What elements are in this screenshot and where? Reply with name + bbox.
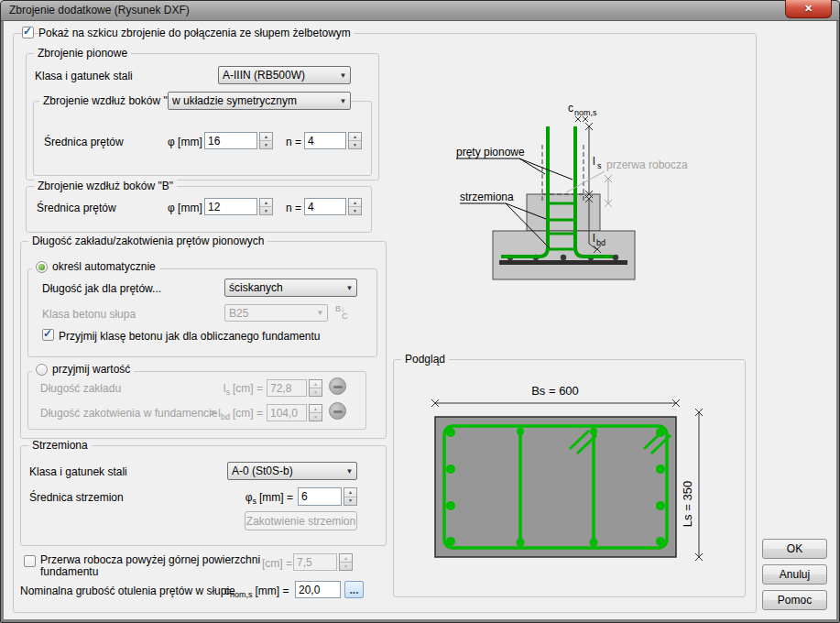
- assume-concrete-checkbox[interactable]: ✓: [42, 329, 54, 341]
- phi-l-input[interactable]: [204, 132, 257, 149]
- close-button[interactable]: ✕: [785, 0, 832, 18]
- steel-class-label: Klasa i gatunek stali: [35, 70, 133, 82]
- spin-up-icon[interactable]: ▲: [260, 199, 272, 206]
- cover-input[interactable]: [295, 581, 341, 598]
- gap-unit-label: [cm] =: [262, 557, 292, 570]
- ellipsis-icon: ...: [349, 584, 358, 596]
- auto-radio[interactable]: [36, 261, 48, 273]
- gap-spinner: ▲ ▼: [339, 553, 353, 571]
- n-b-input[interactable]: [304, 198, 346, 215]
- title-bar[interactable]: Zbrojenie dodatkowe (Rysunek DXF): [1, 1, 839, 21]
- spin-up-icon: ▲: [310, 405, 322, 412]
- radio-dot: [38, 264, 45, 270]
- steel-class-value: A-IIIN (RB500W): [219, 69, 336, 82]
- group-title: Zbrojenie pionowe: [34, 47, 131, 60]
- manual-radio-label: przyjmij wartość: [52, 363, 130, 376]
- anchor-length-input: [267, 404, 307, 421]
- stirrup-phi-spinner[interactable]: ▲ ▼: [344, 487, 357, 506]
- group-title: Długość zakładu/zakotwienia prętów piono…: [28, 235, 267, 247]
- spin-up-icon[interactable]: ▲: [344, 488, 356, 497]
- vertical-bars-label: pręty pionowe: [456, 146, 525, 158]
- spin-up-icon[interactable]: ▲: [260, 133, 272, 140]
- stirrup-steel-label: Klasa i gatunek stali: [29, 465, 127, 478]
- length-as-label: Długość jak dla prętów...: [42, 282, 161, 295]
- bar-diameter-label: Średnica prętów: [44, 136, 124, 148]
- stirrup-diameter-label: Średnica strzemion: [29, 491, 124, 504]
- spin-down-icon[interactable]: ▼: [349, 206, 361, 214]
- stirrups-label: strzemiona: [460, 191, 514, 203]
- stirrup-phi-input[interactable]: [298, 487, 342, 506]
- lap-length-label: Długość zakładu: [40, 382, 121, 395]
- chevron-down-icon: ▼: [336, 71, 350, 80]
- spin-down-icon[interactable]: ▼: [260, 206, 272, 214]
- concrete-class-value: B25: [225, 307, 313, 320]
- lap-length-spinner: ▲ ▼: [309, 379, 322, 397]
- bs-dimension-label: Bs = 600: [531, 384, 579, 398]
- ls-sub: s: [597, 161, 602, 170]
- anchor-auto-calc-button: [329, 402, 346, 420]
- spin-up-icon: ▲: [340, 554, 352, 562]
- column-section: [435, 417, 676, 557]
- phi-b-spinner[interactable]: ▲ ▼: [259, 198, 273, 215]
- chevron-down-icon: ▼: [343, 467, 356, 475]
- concrete-class-convert-icon: B↓C: [335, 305, 348, 320]
- n-l-spinner[interactable]: ▲ ▼: [348, 132, 362, 149]
- anchor-length-symbol: > lbd [cm] =: [188, 407, 263, 421]
- working-joint-leader: [566, 171, 605, 192]
- dialog-zbrojenie-dodatkowe: Zbrojenie dodatkowe (Rysunek DXF) ✕ ✓ Po…: [0, 0, 840, 623]
- column-preview: Bs = 600: [396, 366, 740, 592]
- dash-icon: [333, 410, 343, 413]
- working-joint-checkbox[interactable]: [24, 555, 36, 567]
- group-title: Zbrojenie wzdłuż boków "L": [39, 94, 181, 107]
- steel-class-combo[interactable]: A-IIIN (RB500W) ▼: [218, 66, 351, 84]
- chevron-down-icon: ▼: [336, 97, 350, 105]
- manual-radio[interactable]: [36, 364, 48, 376]
- anchor-length-spinner: ▲ ▼: [309, 404, 322, 421]
- ls-dimension-label: Ls = 350: [681, 481, 694, 527]
- lap-auto-calc-button: [329, 377, 346, 395]
- lbd-sub: bd: [596, 238, 605, 247]
- group-title: Zbrojenie wzdłuż boków "B": [34, 180, 177, 192]
- spin-up-icon: ▲: [310, 380, 322, 388]
- lbd-label: l: [593, 232, 595, 245]
- vertical-bars-leaders: [456, 158, 573, 180]
- n-b-spinner[interactable]: ▲ ▼: [348, 198, 362, 215]
- foundation-sketch: c nom,s l s pręty pionowe przerwa robocz…: [417, 90, 710, 287]
- chevron-down-icon: ▼: [313, 309, 327, 317]
- n-label: n =: [286, 136, 301, 148]
- check-icon: ✓: [23, 25, 32, 38]
- ok-button[interactable]: OK: [762, 539, 827, 559]
- bottom-reinforcement-bar: [499, 260, 627, 265]
- phi-l-spinner[interactable]: ▲ ▼: [259, 132, 273, 149]
- layout-combo[interactable]: w układzie symetrycznym ▼: [168, 92, 351, 110]
- phi-b-input[interactable]: [204, 198, 257, 215]
- working-joint-label: przerwa robocza: [606, 158, 688, 171]
- group-title: Strzemiona: [28, 439, 92, 452]
- cover-label: Nominalna grubość otulenia prętów w słup…: [20, 585, 235, 597]
- layout-value: w układzie symetrycznym: [169, 94, 336, 107]
- spin-down-icon: ▼: [310, 388, 322, 396]
- cancel-button[interactable]: Anuluj: [762, 564, 827, 585]
- cover-browse-button[interactable]: ...: [344, 581, 364, 598]
- show-sketch-label: Pokaż na szkicu zbrojenie do połączenia …: [38, 27, 355, 39]
- n-l-input[interactable]: [304, 132, 346, 149]
- stirrup-steel-combo[interactable]: A-0 (St0S-b) ▼: [227, 462, 357, 480]
- lap-length-symbol: ls [cm] =: [197, 382, 263, 397]
- check-icon: ✓: [43, 327, 52, 340]
- ls-label: l: [593, 155, 595, 168]
- concrete-class-combo: B25 ▼: [224, 304, 328, 322]
- spin-down-icon[interactable]: ▼: [349, 140, 361, 148]
- n-label: n =: [286, 202, 301, 214]
- spin-down-icon[interactable]: ▼: [344, 497, 356, 506]
- spin-up-icon[interactable]: ▲: [349, 133, 361, 140]
- spin-up-icon[interactable]: ▲: [349, 199, 361, 206]
- window-title: Zbrojenie dodatkowe (Rysunek DXF): [9, 4, 190, 16]
- cnom-sub: nom,s: [574, 108, 597, 117]
- length-as-value: ściskanych: [225, 281, 343, 294]
- spin-down-icon[interactable]: ▼: [260, 140, 272, 148]
- help-button[interactable]: Pomoc: [762, 590, 827, 610]
- show-sketch-checkbox[interactable]: ✓: [22, 27, 34, 38]
- length-as-combo[interactable]: ściskanych ▼: [224, 279, 357, 297]
- dash-icon: [333, 386, 343, 388]
- working-joint-label-1: Przerwa robocza powyżej górnej powierzch…: [40, 553, 260, 566]
